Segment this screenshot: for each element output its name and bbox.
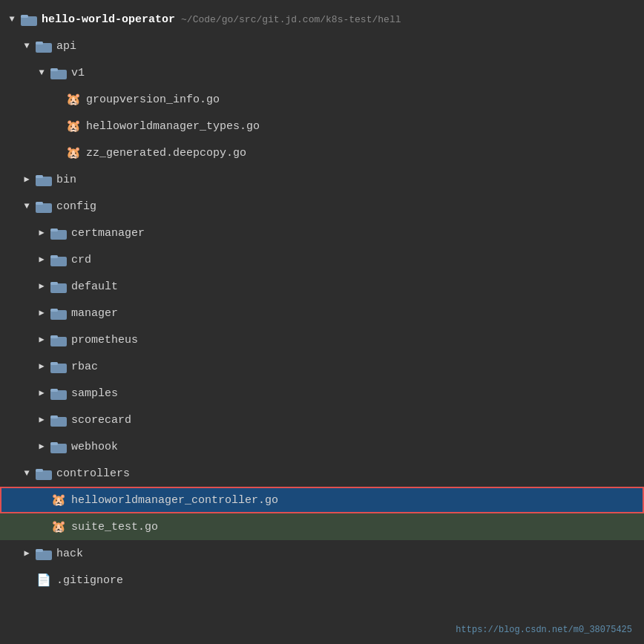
- arrow-icon: [21, 467, 33, 479]
- arrow-icon: [36, 361, 47, 372]
- svg-rect-27: [50, 442, 58, 445]
- folder-icon: [50, 387, 67, 400]
- tree-item-controllers[interactable]: controllers: [0, 460, 644, 487]
- arrow-icon: [36, 280, 47, 292]
- item-label: samples: [71, 387, 118, 400]
- item-label: crd: [71, 254, 91, 266]
- tree-item-crd[interactable]: crd: [0, 246, 644, 273]
- tree-item-gitignore[interactable]: 📄.gitignore: [0, 567, 644, 594]
- svg-rect-29: [36, 469, 43, 472]
- item-label: hack: [56, 548, 83, 560]
- tree-item-groupversion_info[interactable]: 🐹groupversion_info.go: [0, 86, 644, 113]
- tree-item-manager[interactable]: manager: [0, 300, 644, 326]
- arrow-icon: [36, 307, 47, 319]
- go-file-icon: 🐹: [65, 91, 82, 108]
- svg-rect-9: [36, 202, 43, 205]
- arrow-icon: [36, 441, 47, 453]
- arrow-icon: [36, 254, 47, 266]
- folder-icon: [50, 333, 67, 346]
- tree-item-certmanager[interactable]: certmanager: [0, 220, 644, 246]
- arrow-icon: [21, 40, 33, 52]
- svg-rect-7: [36, 175, 43, 178]
- go-file-icon: 🐹: [65, 118, 82, 134]
- folder-icon: [50, 360, 67, 373]
- item-label: scorecard: [71, 414, 131, 427]
- tree-item-rbac[interactable]: rbac: [0, 353, 644, 380]
- folder-icon: [50, 226, 67, 240]
- arrow-icon: [36, 227, 47, 239]
- tree-item-default[interactable]: default: [0, 273, 644, 300]
- item-label: zz_generated.deepcopy.go: [86, 147, 246, 160]
- item-label: controllers: [56, 467, 130, 480]
- folder-icon: [50, 440, 67, 453]
- folder-icon: [50, 413, 67, 427]
- item-label: suite_test.go: [71, 521, 158, 533]
- svg-rect-23: [50, 389, 58, 392]
- item-label: config: [56, 200, 96, 213]
- tree-item-config[interactable]: config: [0, 193, 644, 220]
- tree-item-helloworldmanager_controller[interactable]: 🐹helloworldmanager_controller.go: [0, 487, 644, 513]
- item-label: default: [71, 280, 118, 293]
- svg-rect-25: [50, 415, 58, 418]
- folder-icon: [21, 13, 37, 26]
- arrow-icon: [21, 174, 33, 185]
- go-file-icon: 🐹: [50, 492, 67, 508]
- svg-rect-3: [36, 42, 43, 45]
- root-label: hello-world-operator: [42, 13, 175, 26]
- svg-rect-13: [50, 255, 58, 258]
- svg-rect-31: [36, 549, 43, 552]
- svg-rect-1: [21, 15, 28, 18]
- svg-rect-19: [50, 335, 58, 338]
- arrow-icon: [21, 200, 33, 212]
- tree-item-v1[interactable]: v1: [0, 59, 644, 86]
- watermark: https://blog.csdn.net/m0_38075425: [456, 625, 632, 635]
- item-label: webhook: [71, 441, 118, 453]
- tree-item-scorecard[interactable]: scorecard: [0, 407, 644, 433]
- tree-item-suite_test[interactable]: 🐹suite_test.go: [0, 513, 644, 540]
- item-label: api: [56, 40, 76, 53]
- tree-item-helloworldmanager_types[interactable]: 🐹helloworldmanager_types.go: [0, 113, 644, 139]
- tree-item-bin[interactable]: bin: [0, 166, 644, 193]
- svg-rect-11: [50, 229, 58, 231]
- item-label: helloworldmanager_controller.go: [71, 494, 278, 507]
- folder-icon: [50, 253, 67, 266]
- svg-rect-5: [50, 68, 58, 71]
- folder-icon: [50, 66, 67, 79]
- arrow-icon: [6, 13, 18, 25]
- tree-item-hack[interactable]: hack: [0, 540, 644, 567]
- svg-rect-17: [50, 309, 58, 312]
- arrow-icon: [36, 414, 47, 426]
- tree-item-api[interactable]: api: [0, 33, 644, 59]
- svg-rect-21: [50, 362, 58, 365]
- item-label: prometheus: [71, 334, 138, 346]
- item-label: helloworldmanager_types.go: [86, 120, 260, 133]
- item-label: .gitignore: [56, 574, 123, 587]
- folder-icon: [36, 39, 52, 53]
- item-label: bin: [56, 174, 76, 186]
- item-label: groupversion_info.go: [86, 93, 220, 106]
- folder-icon: [36, 467, 52, 480]
- arrow-icon: [36, 67, 47, 79]
- item-label: rbac: [71, 361, 98, 373]
- tree-item-samples[interactable]: samples: [0, 380, 644, 407]
- tree-item-zz_generated[interactable]: 🐹zz_generated.deepcopy.go: [0, 139, 644, 166]
- svg-rect-15: [50, 282, 58, 285]
- folder-icon: [50, 280, 67, 293]
- folder-icon: [36, 547, 52, 560]
- folder-icon: [50, 306, 67, 320]
- arrow-icon: [21, 548, 33, 559]
- folder-icon: [36, 173, 52, 186]
- tree-item-prometheus[interactable]: prometheus: [0, 326, 644, 353]
- tree-item-webhook[interactable]: webhook: [0, 433, 644, 460]
- arrow-icon: [36, 334, 47, 346]
- arrow-icon: [36, 387, 47, 399]
- folder-icon: [36, 200, 52, 213]
- go-file-icon: 🐹: [50, 519, 67, 535]
- root-path: ~/Code/go/src/git.jd.com/k8s-test/hell: [181, 14, 401, 25]
- file-icon: 📄: [36, 572, 52, 588]
- file-tree: hello-world-operator~/Code/go/src/git.jd…: [0, 0, 644, 599]
- item-label: v1: [71, 67, 85, 79]
- go-file-icon: 🐹: [65, 145, 82, 161]
- tree-item-root[interactable]: hello-world-operator~/Code/go/src/git.jd…: [0, 6, 644, 33]
- item-label: certmanager: [71, 227, 145, 240]
